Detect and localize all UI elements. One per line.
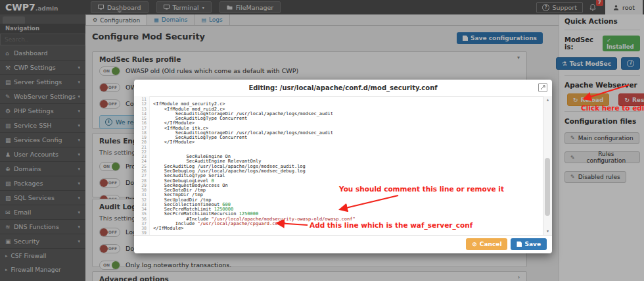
edit-modal: Editing: /usr/local/apache/conf.d/mod_se…: [134, 80, 552, 253]
expand-icon[interactable]: [538, 83, 547, 92]
cwp-admin-app: CWP7.admin Dashboard Terminal ▾ FileMana…: [0, 0, 644, 281]
modal-footer: ⊘Cancel Save: [134, 235, 552, 253]
scroll-up-arrow[interactable]: ▲: [543, 97, 552, 102]
resize-arrow-icon: [540, 85, 545, 90]
scroll-down-arrow[interactable]: ▼: [543, 229, 552, 234]
save-icon: [517, 242, 522, 247]
line-numbers: 1112131415161718192021222324252627282930…: [134, 96, 150, 235]
editor-scrollbar[interactable]: ▲ ▼: [543, 96, 552, 235]
modal-title: Editing: /usr/local/apache/conf.d/mod_se…: [134, 80, 552, 97]
modal-save-button[interactable]: Save: [511, 238, 547, 250]
scrollbar-thumb[interactable]: [545, 158, 550, 216]
cancel-button[interactable]: ⊘Cancel: [466, 238, 507, 250]
cancel-icon: ⊘: [472, 241, 477, 247]
code-editor[interactable]: 1112131415161718192021222324252627282930…: [134, 96, 552, 236]
code-content: <IfModule mod_security2.c> <IfModule mod…: [150, 96, 543, 235]
